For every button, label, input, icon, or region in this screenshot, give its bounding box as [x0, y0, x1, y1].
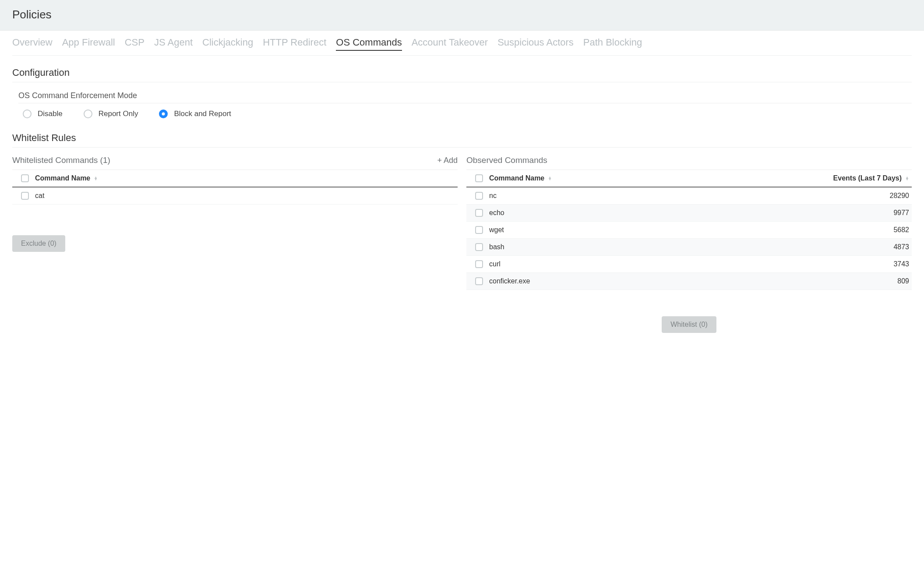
section-configuration: Configuration — [12, 67, 912, 82]
radio-block-and-report[interactable]: Block and Report — [159, 110, 231, 118]
add-whitelist-button[interactable]: + Add — [437, 156, 458, 165]
table-row: echo9977 — [466, 205, 912, 222]
row-events: 3743 — [826, 260, 909, 268]
radio-label: Block and Report — [174, 110, 231, 118]
sort-icon: ▲▼ — [94, 177, 98, 180]
sort-icon: ▲▼ — [548, 177, 552, 180]
radio-icon — [84, 110, 92, 118]
row-checkbox[interactable] — [475, 243, 483, 251]
enforcement-mode-label: OS Command Enforcement Mode — [18, 91, 912, 103]
tab-csp[interactable]: CSP — [125, 37, 145, 50]
whitelist-button[interactable]: Whitelist (0) — [662, 316, 716, 333]
radio-label: Disable — [38, 110, 63, 118]
tab-account-takeover[interactable]: Account Takeover — [412, 37, 488, 50]
row-name: conficker.exe — [489, 277, 826, 285]
row-events: 9977 — [826, 209, 909, 217]
page-header: Policies — [0, 0, 924, 31]
row-checkbox[interactable] — [475, 209, 483, 217]
row-checkbox[interactable] — [475, 192, 483, 200]
section-whitelist: Whitelist Rules — [12, 132, 912, 148]
whitelist-select-all-checkbox[interactable] — [21, 174, 29, 182]
observed-col-name[interactable]: Command Name ▲▼ — [489, 174, 826, 182]
tab-clickjacking[interactable]: Clickjacking — [202, 37, 253, 50]
tab-overview[interactable]: Overview — [12, 37, 53, 50]
sort-icon: ▲▼ — [905, 177, 909, 180]
row-events: 809 — [826, 277, 909, 285]
tab-bar: OverviewApp FirewallCSPJS AgentClickjack… — [12, 31, 912, 56]
table-row: nc28290 — [466, 187, 912, 205]
exclude-button[interactable]: Exclude (0) — [12, 235, 65, 252]
page-title: Policies — [12, 8, 912, 21]
table-row: conficker.exe809 — [466, 273, 912, 290]
table-row: curl3743 — [466, 256, 912, 273]
whitelist-table-header: Command Name ▲▼ — [12, 170, 458, 187]
row-name: bash — [489, 243, 826, 251]
radio-icon — [23, 110, 32, 118]
whitelist-col-name[interactable]: Command Name ▲▼ — [35, 174, 455, 182]
observed-col-events[interactable]: Events (Last 7 Days) ▲▼ — [826, 174, 909, 182]
row-name: cat — [35, 192, 455, 200]
radio-icon — [159, 110, 168, 118]
whitelisted-panel-title: Whitelisted Commands (1) — [12, 156, 110, 165]
tab-os-commands[interactable]: OS Commands — [336, 37, 402, 51]
row-name: wget — [489, 226, 826, 234]
table-row: cat — [12, 187, 458, 205]
row-checkbox[interactable] — [475, 260, 483, 268]
table-row: bash4873 — [466, 239, 912, 256]
row-name: curl — [489, 260, 826, 268]
row-events: 4873 — [826, 243, 909, 251]
enforcement-mode-options: DisableReport OnlyBlock and Report — [18, 103, 912, 120]
tab-js-agent[interactable]: JS Agent — [154, 37, 193, 50]
row-checkbox[interactable] — [21, 192, 29, 200]
row-checkbox[interactable] — [475, 226, 483, 234]
row-events: 28290 — [826, 192, 909, 200]
row-name: echo — [489, 209, 826, 217]
radio-disable[interactable]: Disable — [23, 110, 63, 118]
observed-table-header: Command Name ▲▼ Events (Last 7 Days) ▲▼ — [466, 170, 912, 187]
tab-path-blocking[interactable]: Path Blocking — [583, 37, 642, 50]
row-name: nc — [489, 192, 826, 200]
row-events: 5682 — [826, 226, 909, 234]
observed-panel-title: Observed Commands — [466, 156, 547, 165]
tab-http-redirect[interactable]: HTTP Redirect — [263, 37, 326, 50]
tab-suspicious-actors[interactable]: Suspicious Actors — [497, 37, 574, 50]
radio-label: Report Only — [99, 110, 138, 118]
radio-report-only[interactable]: Report Only — [84, 110, 138, 118]
tab-app-firewall[interactable]: App Firewall — [62, 37, 115, 50]
observed-select-all-checkbox[interactable] — [475, 174, 483, 182]
table-row: wget5682 — [466, 222, 912, 239]
row-checkbox[interactable] — [475, 277, 483, 285]
